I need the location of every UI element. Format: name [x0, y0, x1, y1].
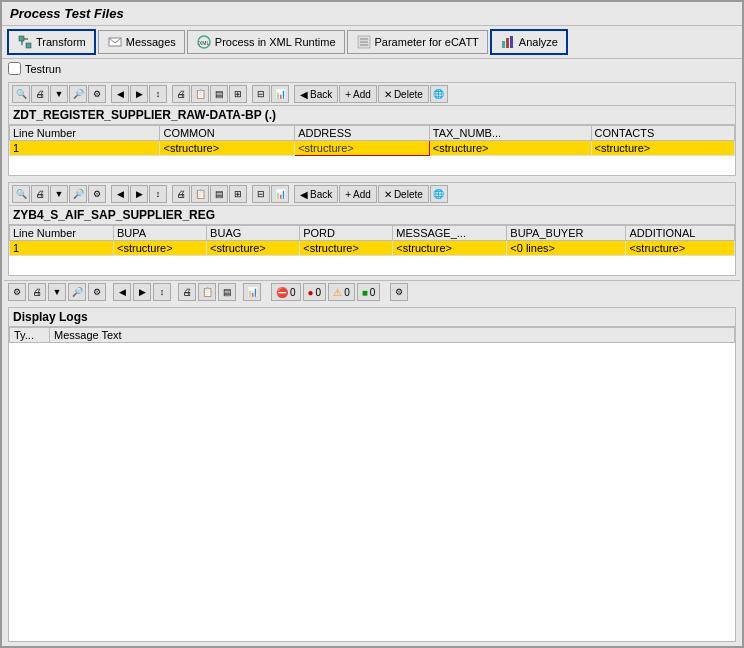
search-btn-2[interactable]: 🔎 [69, 185, 87, 203]
print2-btn-2[interactable]: 🖨 [172, 185, 190, 203]
delete-btn-2[interactable]: ✕ Delete [378, 185, 429, 203]
zoom-btn-2[interactable]: 🔍 [12, 185, 30, 203]
col-bupa-buyer: BUPA_BUYER [507, 226, 626, 241]
section1-title-text: ZDT_REGISTER_SUPPLIER_RAW-DATA-BP (.) [13, 108, 276, 122]
print-btn-2[interactable]: 🖨 [31, 185, 49, 203]
display-logs-label: Display Logs [13, 310, 88, 324]
tab-toolbar: Transform Messages XML Process in XML Ru… [2, 26, 742, 59]
svg-rect-0 [19, 36, 24, 41]
copy-btn-1[interactable]: 📋 [191, 85, 209, 103]
grid-btn-1[interactable]: ⊟ [252, 85, 270, 103]
section1: 🔍 🖨 ▼ 🔎 ⚙ ◀ ▶ ↕ 🖨 📋 ▤ ⊞ ⊟ 📊 ◀ [8, 82, 736, 176]
bottom-tool-5[interactable]: ⚙ [88, 283, 106, 301]
globe-btn-1[interactable]: 🌐 [430, 85, 448, 103]
logs-header-row: Ty... Message Text [10, 328, 735, 343]
svg-rect-11 [502, 41, 505, 48]
tab-parameter[interactable]: Parameter for eCATT [347, 30, 488, 54]
error-count: 0 [316, 287, 322, 298]
delete-btn-1[interactable]: ✕ Delete [378, 85, 429, 103]
filter-btn-2[interactable]: ▼ [50, 185, 68, 203]
back-btn-1[interactable]: ◀ Back [294, 85, 338, 103]
tab-transform[interactable]: Transform [7, 29, 96, 55]
col-pord: PORD [300, 226, 393, 241]
settings-btn-1[interactable]: ⚙ [88, 85, 106, 103]
chart-btn-2[interactable]: 📊 [271, 185, 289, 203]
display-logs-section: Display Logs Ty... Message Text [8, 307, 736, 642]
section2-toolbar: 🔍 🖨 ▼ 🔎 ⚙ ◀ ▶ ↕ 🖨 📋 ▤ ⊞ ⊟ 📊 ◀ [9, 183, 735, 206]
print2-btn-1[interactable]: 🖨 [172, 85, 190, 103]
arr3-btn-1[interactable]: ↕ [149, 85, 167, 103]
copy-btn-2[interactable]: 📋 [191, 185, 209, 203]
search-btn-1[interactable]: 🔎 [69, 85, 87, 103]
col-address: ADDRESS [295, 126, 430, 141]
content-area: 🔍 🖨 ▼ 🔎 ⚙ ◀ ▶ ↕ 🖨 📋 ▤ ⊞ ⊟ 📊 ◀ [2, 78, 742, 646]
tab-analyze[interactable]: Analyze [490, 29, 568, 55]
ok-count: 0 [370, 287, 376, 298]
bottom-tool-8[interactable]: ↕ [153, 283, 171, 301]
grid-btn-2[interactable]: ⊟ [252, 185, 270, 203]
title-bar: Process Test Files [2, 2, 742, 26]
table-row: 1 <structure> <structure> <structure> <s… [10, 141, 735, 156]
log-col-message: Message Text [50, 328, 735, 343]
main-window: Process Test Files Transform Messages XM… [0, 0, 744, 648]
arr2-btn-2[interactable]: ▶ [130, 185, 148, 203]
section1-table: Line Number COMMON ADDRESS TAX_NUMB... C… [9, 125, 735, 156]
testrun-checkbox[interactable] [8, 62, 21, 75]
bottom-tool-7[interactable]: ▶ [133, 283, 151, 301]
tab-xml-runtime[interactable]: XML Process in XML Runtime [187, 30, 345, 54]
col-line-number-2: Line Number [10, 226, 114, 241]
cell-tax-1: <structure> [429, 141, 591, 156]
back-icon-2: ◀ [300, 189, 308, 200]
xml-icon: XML [196, 34, 212, 50]
cell-buag: <structure> [207, 241, 300, 256]
bottom-tool-2[interactable]: 🖨 [28, 283, 46, 301]
tab-messages[interactable]: Messages [98, 30, 185, 54]
print-btn-1[interactable]: 🖨 [31, 85, 49, 103]
messages-icon [107, 34, 123, 50]
bottom-tool-9[interactable]: 🖨 [178, 283, 196, 301]
filter-btn-1[interactable]: ▼ [50, 85, 68, 103]
warn-badge: ⚠ 0 [328, 283, 355, 301]
cell-message: <structure> [393, 241, 507, 256]
stop-badge: ⛔ 0 [271, 283, 301, 301]
col-additional: ADDITIONAL [626, 226, 735, 241]
delete-icon-1: ✕ [384, 89, 392, 100]
error-badge: ● 0 [303, 283, 327, 301]
bottom-tool-11[interactable]: ▤ [218, 283, 236, 301]
bottom-tool-10[interactable]: 📋 [198, 283, 216, 301]
nav2-btn-1[interactable]: ⊞ [229, 85, 247, 103]
col-bupa: BUPA [114, 226, 207, 241]
add-label-2: Add [353, 189, 371, 200]
section2-body: Line Number BUPA BUAG PORD MESSAGE_... B… [9, 225, 735, 275]
back-icon-1: ◀ [300, 89, 308, 100]
settings-btn-2[interactable]: ⚙ [88, 185, 106, 203]
arr3-btn-2[interactable]: ↕ [149, 185, 167, 203]
arr1-btn-1[interactable]: ◀ [111, 85, 129, 103]
zoom-btn-1[interactable]: 🔍 [12, 85, 30, 103]
back-label-2: Back [310, 189, 332, 200]
globe-btn-2[interactable]: 🌐 [430, 185, 448, 203]
arr2-btn-1[interactable]: ▶ [130, 85, 148, 103]
analyze-icon [500, 34, 516, 50]
bottom-tool-4[interactable]: 🔎 [68, 283, 86, 301]
chart-btn-1[interactable]: 📊 [271, 85, 289, 103]
nav-btn-1[interactable]: ▤ [210, 85, 228, 103]
add-icon-2: + [345, 189, 351, 200]
back-btn-2[interactable]: ◀ Back [294, 185, 338, 203]
bottom-tool-3[interactable]: ▼ [48, 283, 66, 301]
logs-table: Ty... Message Text [9, 327, 735, 343]
add-btn-2[interactable]: + Add [339, 185, 377, 203]
nav-btn-2[interactable]: ▤ [210, 185, 228, 203]
bottom-tool-chart[interactable]: 📊 [243, 283, 261, 301]
nav2-btn-2[interactable]: ⊞ [229, 185, 247, 203]
bottom-tool-6[interactable]: ◀ [113, 283, 131, 301]
bottom-tool-star[interactable]: ⚙ [390, 283, 408, 301]
col-common: COMMON [160, 126, 295, 141]
display-logs-title: Display Logs [9, 308, 735, 327]
arr1-btn-2[interactable]: ◀ [111, 185, 129, 203]
cell-common-1: <structure> [160, 141, 295, 156]
section2: 🔍 🖨 ▼ 🔎 ⚙ ◀ ▶ ↕ 🖨 📋 ▤ ⊞ ⊟ 📊 ◀ [8, 182, 736, 276]
back-label-1: Back [310, 89, 332, 100]
bottom-tool-1[interactable]: ⚙ [8, 283, 26, 301]
add-btn-1[interactable]: + Add [339, 85, 377, 103]
